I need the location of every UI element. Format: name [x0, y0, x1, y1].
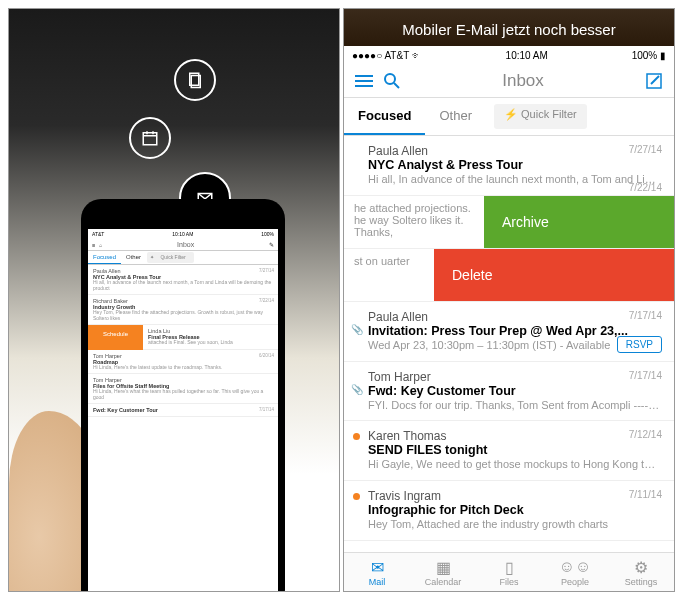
nav-people[interactable]: ☺☺People	[542, 557, 608, 587]
app-header: Inbox	[344, 65, 674, 98]
tab-other[interactable]: Other	[425, 98, 486, 135]
calendar-icon	[129, 117, 171, 159]
email-row[interactable]: 📎 Paula Allen Invitation: Press Tour Pre…	[344, 302, 674, 362]
email-list[interactable]: Paula Allen NYC Analyst & Press Tour Hi …	[344, 136, 674, 552]
promo-panel-left: AT&T10:10 AM100% ≡ ⌕ Inbox ✎ Focused Oth…	[8, 8, 340, 592]
tab-focused[interactable]: Focused	[344, 98, 425, 135]
compose-icon[interactable]	[644, 71, 664, 91]
email-row[interactable]: Paula Allen NYC Analyst & Press Tour Hi …	[344, 136, 674, 196]
svg-line-11	[394, 83, 399, 88]
mini-swipe-row[interactable]: ScheduleLinda LiuFinal Press Releaseatta…	[88, 325, 278, 350]
email-subject: Invitation: Press Tour Prep @ Wed Apr 23…	[368, 324, 660, 338]
settings-icon: ⚙	[608, 557, 674, 577]
nav-files[interactable]: ▯Files	[476, 557, 542, 587]
email-subject: Fwd: Key Customer Tour	[368, 384, 660, 398]
search-icon[interactable]	[382, 71, 402, 91]
mini-tabs: Focused Other ✦ Quick Filter	[88, 251, 278, 265]
menu-icon[interactable]	[354, 71, 374, 91]
email-from: Karen Thomas	[368, 429, 660, 443]
mini-email[interactable]: Richard BakerIndustry GrowthHey Tom, Ple…	[88, 295, 278, 325]
mini-tab-other[interactable]: Other	[121, 251, 146, 264]
email-preview: st on uarter	[344, 249, 434, 301]
email-preview: FYI. Docs for our trip. Thanks, Tom Sent…	[368, 399, 660, 413]
mini-quick-filter[interactable]: ✦ Quick Filter	[147, 252, 194, 263]
mini-status-bar: AT&T10:10 AM100%	[88, 229, 278, 239]
email-date: 7/27/14	[629, 144, 662, 155]
mini-header: ≡ ⌕ Inbox ✎	[88, 239, 278, 251]
attachment-icon: 📎	[351, 384, 363, 395]
email-date: 7/11/14	[629, 489, 662, 500]
calendar-icon: ▦	[410, 557, 476, 577]
email-from: Paula Allen	[368, 144, 660, 158]
mail-icon: ✉	[344, 557, 410, 577]
battery-icon: 100% ▮	[632, 50, 666, 61]
people-icon: ☺☺	[542, 557, 608, 577]
email-preview: Hi all, In advance of the launch next mo…	[368, 173, 660, 187]
tabs: Focused Other ⚡ Quick Filter	[344, 98, 674, 136]
email-preview: Hey Tom, Attached are the industry growt…	[368, 518, 660, 532]
page-title: Inbox	[402, 71, 644, 91]
archive-action[interactable]: Archive	[484, 196, 674, 248]
status-bar: ●●●●○ AT&T ᯤ 10:10 AM 100% ▮	[344, 46, 674, 65]
phone-frame: AT&T10:10 AM100% ≡ ⌕ Inbox ✎ Focused Oth…	[81, 199, 285, 592]
email-row[interactable]: 📎 Tom Harper Fwd: Key Customer Tour FYI.…	[344, 362, 674, 422]
email-date: 7/12/14	[629, 429, 662, 440]
email-subject: SEND FILES tonight	[368, 443, 660, 457]
bottom-nav: ✉Mail ▦Calendar ▯Files ☺☺People ⚙Setting…	[344, 552, 674, 591]
carrier: AT&T	[384, 50, 409, 61]
email-subject: Infographic for Pitch Deck	[368, 503, 660, 517]
email-date: 7/17/14	[629, 370, 662, 381]
swipe-archive-row[interactable]: he attached projections. he way Soltero …	[344, 196, 674, 249]
promo-panel-right: Mobiler E-Mail jetzt noch besser ●●●●○ A…	[343, 8, 675, 592]
email-from: Travis Ingram	[368, 489, 660, 503]
unread-dot	[353, 433, 360, 440]
tagline: Mobiler E-Mail jetzt noch besser	[344, 9, 674, 46]
email-from: Paula Allen	[368, 310, 660, 324]
mini-email[interactable]: Tom HarperFiles for Offsite Staff Meetin…	[88, 374, 278, 404]
email-preview: Hi Gayle, We need to get those mockups t…	[368, 458, 660, 472]
rsvp-button[interactable]: RSVP	[617, 336, 662, 353]
attachment-icon: 📎	[351, 324, 363, 335]
menu-icon[interactable]: ≡	[92, 242, 95, 248]
clock: 10:10 AM	[506, 50, 548, 61]
nav-mail[interactable]: ✉Mail	[344, 557, 410, 587]
search-icon[interactable]: ⌕	[99, 242, 102, 248]
unread-dot	[353, 493, 360, 500]
files-icon: ▯	[476, 557, 542, 577]
signal-icon: ●●●●○	[352, 50, 382, 61]
nav-settings[interactable]: ⚙Settings	[608, 557, 674, 587]
svg-rect-2	[143, 133, 157, 145]
email-subject: NYC Analyst & Press Tour	[368, 158, 660, 172]
mini-list: Paula AllenNYC Analyst & Press TourHi al…	[88, 265, 278, 417]
nav-calendar[interactable]: ▦Calendar	[410, 557, 476, 587]
mini-email[interactable]: Tom HarperRoadmapHi Linda, Here's the la…	[88, 350, 278, 375]
quick-filter-button[interactable]: ⚡ Quick Filter	[494, 104, 587, 129]
schedule-action[interactable]: Schedule	[88, 325, 143, 350]
delete-action[interactable]: Delete	[434, 249, 674, 301]
email-preview: he attached projections. he way Soltero …	[344, 196, 484, 248]
files-icon	[174, 59, 216, 101]
svg-point-10	[385, 74, 395, 84]
mini-email[interactable]: Fwd: Key Customer Tour7/17/14	[88, 404, 278, 417]
svg-line-13	[651, 76, 659, 84]
mini-app: AT&T10:10 AM100% ≡ ⌕ Inbox ✎ Focused Oth…	[88, 229, 278, 592]
email-row[interactable]: Travis Ingram Infographic for Pitch Deck…	[344, 481, 674, 541]
app-screen: ●●●●○ AT&T ᯤ 10:10 AM 100% ▮ Inbox Focus…	[344, 46, 674, 591]
swipe-delete-row[interactable]: st on uarter Delete	[344, 249, 674, 302]
compose-icon[interactable]: ✎	[269, 242, 274, 248]
email-date: 7/17/14	[629, 310, 662, 321]
email-from: Tom Harper	[368, 370, 660, 384]
mini-tab-focused[interactable]: Focused	[88, 251, 121, 264]
email-row[interactable]: Karen Thomas SEND FILES tonight Hi Gayle…	[344, 421, 674, 481]
mini-email[interactable]: Paula AllenNYC Analyst & Press TourHi al…	[88, 265, 278, 295]
mini-title: Inbox	[106, 241, 265, 248]
